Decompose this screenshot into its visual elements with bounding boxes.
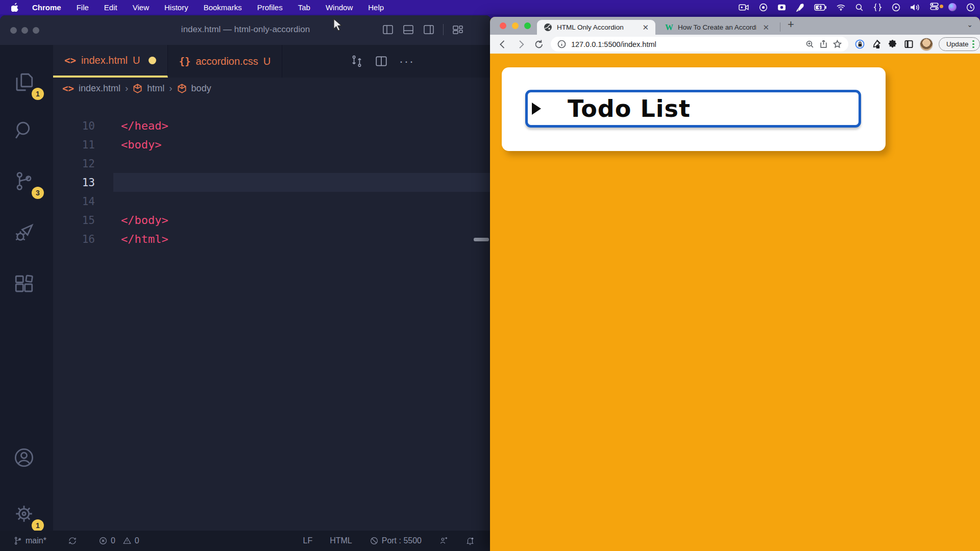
clock-icon[interactable]: [966, 3, 975, 12]
password-extension-icon[interactable]: [855, 39, 865, 49]
menu-edit[interactable]: Edit: [104, 3, 117, 12]
profile-avatar[interactable]: [920, 38, 933, 51]
explorer-icon[interactable]: 1: [13, 71, 40, 98]
forward-icon[interactable]: [516, 39, 527, 50]
live-share-icon: [439, 536, 448, 545]
reload-icon[interactable]: [533, 39, 545, 50]
close-tab-icon[interactable]: ✕: [641, 23, 650, 32]
code-editor[interactable]: 10</head> 11<body> 12 13 14 15</body> 16…: [53, 99, 491, 531]
search-icon[interactable]: [13, 119, 40, 146]
breadcrumb-file[interactable]: index.html: [79, 83, 120, 94]
menu-window[interactable]: Window: [326, 3, 353, 12]
open-changes-icon[interactable]: [350, 55, 363, 68]
toggle-sidebar-icon[interactable]: [382, 23, 394, 36]
notifications-status[interactable]: [465, 536, 475, 545]
address-bar[interactable]: 127.0.0.1:5500/index.html: [551, 37, 848, 52]
error-count: 0: [111, 536, 115, 545]
side-panel-icon[interactable]: [904, 39, 914, 49]
record-icon[interactable]: [759, 3, 768, 12]
update-chrome-button[interactable]: Update: [939, 37, 980, 51]
code-line[interactable]: 16</html>: [53, 230, 491, 248]
editor-sash-handle[interactable]: [474, 238, 489, 241]
editor-tab-accordion-css[interactable]: {} accordion.css U: [168, 45, 283, 78]
siri-icon[interactable]: [948, 3, 957, 11]
code-line[interactable]: 11<body>: [53, 135, 491, 154]
menu-history[interactable]: History: [164, 3, 188, 12]
wifi-icon[interactable]: [837, 3, 845, 12]
extensions-icon[interactable]: [13, 273, 40, 300]
code-line-active[interactable]: 13: [53, 173, 491, 192]
braces-icon[interactable]: [873, 3, 882, 12]
browser-tab-active[interactable]: HTML Only Accordion ✕: [537, 20, 655, 35]
sync-status[interactable]: [68, 536, 77, 545]
editor-tab-index-html[interactable]: <> index.html U: [53, 45, 168, 78]
site-info-icon[interactable]: [557, 40, 566, 48]
vscode-status-bar: main* 0 0 LF HTML Port :: [0, 531, 491, 551]
split-editor-icon[interactable]: [375, 55, 388, 68]
close-tab-icon[interactable]: ✕: [761, 23, 771, 32]
volume-icon[interactable]: [910, 3, 920, 12]
breadcrumb-node-html[interactable]: html: [147, 83, 164, 94]
minimize-window-button[interactable]: [512, 22, 519, 29]
run-debug-icon[interactable]: [13, 222, 40, 249]
spotlight-search-icon[interactable]: [855, 3, 864, 12]
close-window-button[interactable]: [500, 22, 506, 29]
play-circle-icon[interactable]: [892, 3, 900, 12]
menu-view[interactable]: View: [133, 3, 149, 12]
breadcrumb-separator: ›: [169, 83, 172, 94]
w3schools-favicon: W: [665, 23, 673, 32]
camcorder-icon[interactable]: [739, 3, 749, 12]
explorer-badge: 1: [32, 88, 44, 100]
extensions-puzzle-icon[interactable]: [888, 39, 897, 49]
warnings-icon: [122, 536, 132, 545]
browser-tab-w3schools[interactable]: W How To Create an Accordion ✕: [658, 20, 776, 35]
code-line[interactable]: 14: [53, 192, 491, 211]
menu-help[interactable]: Help: [368, 3, 384, 12]
language-mode[interactable]: HTML: [330, 536, 352, 545]
customize-layout-icon[interactable]: [452, 23, 464, 36]
toggle-secondary-sidebar-icon[interactable]: [423, 23, 435, 36]
menu-chrome[interactable]: Chrome: [32, 3, 61, 12]
more-actions-icon[interactable]: ···: [399, 54, 414, 68]
apple-menu-icon[interactable]: [11, 3, 19, 12]
git-branch-status[interactable]: main*: [13, 536, 46, 545]
vscode-layout-controls: [382, 23, 464, 36]
zoom-icon[interactable]: [805, 40, 814, 48]
url-text[interactable]: 127.0.0.1:5500/index.html: [571, 40, 800, 48]
desktop: Chrome File Edit View History Bookmarks …: [0, 0, 980, 551]
camera-icon[interactable]: [777, 3, 786, 12]
vscode-titlebar[interactable]: index.html — html-only-accordion: [0, 15, 491, 45]
eyedropper-extension-icon[interactable]: [871, 39, 881, 49]
menu-tab[interactable]: Tab: [298, 3, 310, 12]
globe-favicon: [544, 23, 552, 32]
menu-bookmarks[interactable]: Bookmarks: [204, 3, 242, 12]
menu-profiles[interactable]: Profiles: [257, 3, 283, 12]
source-control-icon[interactable]: 3: [13, 170, 40, 197]
code-line[interactable]: 12: [53, 154, 491, 173]
code-line[interactable]: 15</body>: [53, 211, 491, 230]
eol-indicator[interactable]: LF: [303, 536, 312, 545]
breadcrumb-node-body[interactable]: body: [191, 83, 211, 94]
live-share-status[interactable]: [439, 536, 448, 545]
breadcrumb-separator: ›: [125, 83, 128, 94]
battery-icon[interactable]: [814, 3, 827, 12]
bookmark-star-icon[interactable]: [833, 40, 842, 48]
menu-file[interactable]: File: [77, 3, 89, 12]
back-icon[interactable]: [497, 39, 508, 50]
new-tab-button[interactable]: +: [788, 18, 794, 31]
settings-gear-icon[interactable]: 1: [13, 503, 40, 530]
account-icon[interactable]: [13, 447, 40, 473]
live-server-port[interactable]: Port : 5500: [370, 536, 422, 545]
share-icon[interactable]: [819, 40, 828, 48]
tab-search-chevron-icon[interactable]: ⌄: [967, 20, 973, 29]
rocket-icon[interactable]: [796, 3, 804, 12]
accordion-title: Todo List: [568, 95, 691, 122]
code-line[interactable]: 10</head>: [53, 116, 491, 135]
accordion-summary[interactable]: Todo List: [525, 90, 861, 128]
control-center-icon[interactable]: [930, 2, 939, 12]
toggle-panel-icon[interactable]: [402, 23, 414, 36]
maximize-window-button[interactable]: [524, 22, 531, 29]
tab-divider: [780, 22, 780, 32]
unsaved-dot-icon[interactable]: [149, 57, 156, 64]
problems-status[interactable]: 0 0: [99, 536, 139, 545]
